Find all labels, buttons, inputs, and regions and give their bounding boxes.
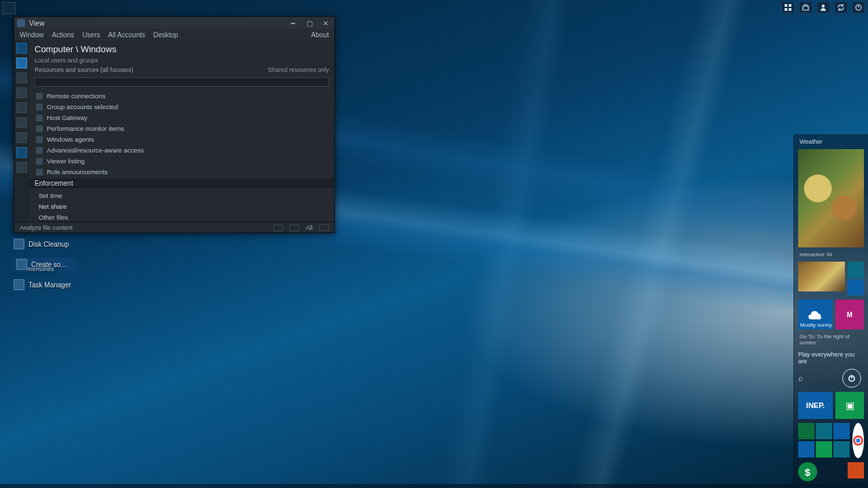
strip-icon[interactable] [16, 162, 27, 173]
shortcut-icon [14, 279, 24, 290]
strip-icon[interactable] [16, 43, 27, 54]
cloud-icon [807, 306, 825, 323]
tile-small[interactable] [848, 262, 864, 278]
taskbar[interactable] [0, 484, 868, 488]
folder-icon [36, 169, 43, 176]
app-icon [17, 19, 25, 27]
tile-caption: Interactive 34 [798, 251, 864, 258]
pane-subhead: Local users and groups [29, 57, 334, 65]
section-divider[interactable]: Enforcement [29, 179, 334, 188]
tile-small[interactable] [798, 441, 814, 458]
list-item[interactable]: Viewer listing [29, 156, 334, 167]
tile-photo[interactable] [798, 262, 845, 291]
search-icon[interactable]: ⌕ [798, 373, 803, 383]
search-hint: Shared resources only [268, 66, 329, 73]
tile-photo[interactable] [798, 149, 864, 247]
search-input[interactable] [35, 77, 329, 87]
system-tray [781, 1, 865, 14]
tile-browser[interactable] [852, 423, 864, 458]
browser-icon [852, 430, 864, 451]
status-indicator [290, 224, 299, 231]
folder-icon [36, 104, 43, 110]
strip-icon[interactable] [16, 117, 27, 128]
pane-heading: Computer \ Windows [29, 40, 334, 57]
tile-small[interactable] [848, 462, 864, 479]
list-item[interactable]: Advanced/resource-aware access [29, 145, 334, 156]
folder-icon [36, 147, 43, 154]
list-item[interactable]: Role announcements [29, 167, 334, 178]
management-window: View ━ ▢ ✕ Window Actions Users All Acco… [14, 16, 335, 233]
tray-power-icon[interactable] [852, 1, 865, 14]
list-item[interactable]: Performance monitor items [29, 123, 334, 134]
desktop-shortcut[interactable]: Task Manager [14, 279, 71, 290]
panel-group-label: Weather [798, 138, 864, 145]
window-title: View [29, 20, 45, 27]
folder-icon [36, 136, 43, 143]
tile-small[interactable] [833, 423, 850, 439]
tray-user-icon[interactable] [816, 1, 830, 14]
svg-point-4 [822, 5, 825, 7]
menu-about[interactable]: About [311, 31, 329, 39]
folder-icon [36, 115, 43, 121]
menu-desktop[interactable]: Desktop [153, 31, 178, 39]
svg-rect-2 [785, 8, 787, 11]
status-indicator [319, 224, 329, 231]
menu-actions[interactable]: Actions [52, 31, 75, 39]
close-button[interactable]: ✕ [319, 19, 332, 27]
tile-app[interactable]: ▣ [835, 392, 864, 419]
list-item[interactable]: Windows agents [29, 134, 334, 145]
strip-icon[interactable] [16, 73, 27, 83]
desktop-shortcut-subline: memories [14, 266, 54, 272]
corner-app-icon[interactable] [2, 2, 16, 14]
menu-accounts[interactable]: All Accounts [108, 31, 145, 39]
strip-icon[interactable] [16, 87, 27, 98]
list-item[interactable]: Set time [29, 190, 334, 201]
panel-group-label: Play everywhere you are [798, 350, 864, 365]
list-item[interactable]: Host Gateway [29, 113, 334, 123]
status-indicator [273, 224, 283, 231]
tile-small[interactable] [833, 441, 850, 458]
content-pane: Computer \ Windows Local users and group… [29, 40, 334, 222]
strip-icon[interactable] [16, 58, 27, 68]
panel-note: Go To: To the right of screen [798, 333, 864, 346]
minimize-button[interactable]: ━ [287, 19, 299, 27]
power-icon [848, 374, 856, 382]
strip-icon[interactable] [16, 132, 27, 143]
list-item[interactable]: Remote connections [29, 91, 334, 102]
item-list: Remote connections Group accounts select… [29, 89, 334, 179]
tray-sync-icon[interactable] [834, 1, 848, 14]
folder-icon [36, 158, 43, 165]
tile-money[interactable]: $ [798, 462, 817, 481]
tile-small[interactable] [848, 279, 864, 296]
svg-rect-0 [785, 4, 787, 7]
tile-small[interactable] [816, 441, 832, 458]
tray-store-icon[interactable] [799, 1, 812, 14]
tile-small[interactable] [816, 423, 832, 439]
strip-icon[interactable] [16, 102, 27, 113]
list-item[interactable]: Group accounts selected [29, 102, 334, 113]
status-text: Analyze file content [20, 224, 73, 231]
shortcut-label: Disk Cleanup [28, 241, 68, 248]
search-label: Resources and sources (all focuses) [35, 66, 134, 73]
desktop-shortcut[interactable]: Disk Cleanup [14, 239, 68, 249]
tile-app[interactable]: M [835, 300, 864, 329]
tile-small[interactable] [798, 423, 814, 439]
tray-apps-icon[interactable] [781, 1, 795, 14]
maximize-button[interactable]: ▢ [303, 19, 315, 27]
titlebar[interactable]: View ━ ▢ ✕ [14, 17, 334, 29]
list-item[interactable]: Net share [29, 201, 334, 212]
left-icon-strip [14, 40, 29, 222]
folder-icon [36, 93, 43, 100]
svg-rect-1 [789, 4, 791, 7]
folder-icon [36, 125, 43, 132]
menu-window[interactable]: Window [20, 31, 44, 39]
menu-users[interactable]: Users [82, 31, 100, 39]
shortcut-label: Task Manager [28, 281, 71, 289]
strip-icon[interactable] [16, 147, 27, 158]
tile-inep[interactable]: INEP. [798, 392, 833, 419]
shortcut-icon [14, 239, 24, 249]
tile-power[interactable] [842, 369, 861, 388]
tile-onedrive[interactable]: Mostly sunny [798, 300, 833, 329]
status-right: All [306, 224, 313, 231]
menu-bar: Window Actions Users All Accounts Deskto… [14, 29, 334, 40]
